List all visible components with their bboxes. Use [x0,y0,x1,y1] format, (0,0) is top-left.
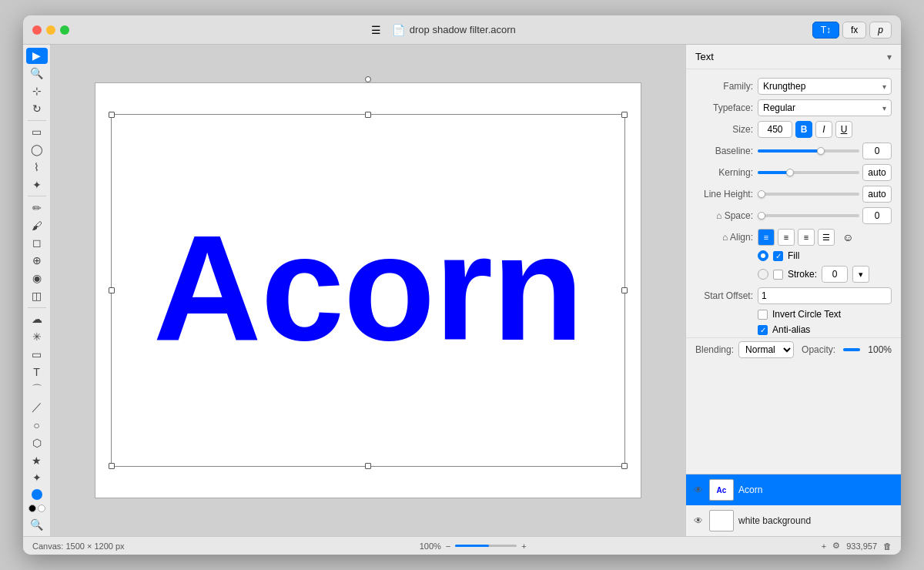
line-height-input[interactable] [862,186,892,203]
gradient-tool[interactable]: ◫ [26,288,48,304]
shape-ellipse-tool[interactable]: ○ [26,417,48,433]
color-picker-white[interactable] [38,505,45,512]
handle-top-center[interactable] [365,112,371,118]
marquee-rect-tool[interactable]: ▭ [26,124,48,140]
space-slider[interactable] [758,214,859,217]
handle-middle-left[interactable] [109,287,115,293]
paint-bucket-tool[interactable]: ◉ [26,270,48,287]
status-center: 100% − + [131,542,815,551]
add-layer-button[interactable]: + [822,542,826,551]
start-offset-control [758,287,892,304]
foreground-color[interactable] [32,489,42,500]
handle-middle-right[interactable] [621,287,628,293]
layer-background[interactable]: 👁 white background [686,505,901,536]
stroke-radio[interactable] [758,269,768,280]
zoom-minus-icon[interactable]: − [446,542,450,551]
space-input[interactable] [862,207,892,224]
script-tab[interactable]: p [869,22,892,39]
sidebar-toggle-button[interactable]: ☰ [366,19,387,41]
bold-button[interactable]: B [795,121,812,138]
line-height-slider[interactable] [758,193,859,196]
handle-top-right[interactable] [621,112,628,118]
lasso-tool[interactable]: ⌇ [26,159,48,175]
family-select[interactable]: Krungthep ▾ [758,78,892,95]
rotate-handle[interactable] [365,76,371,82]
antialias-checkbox[interactable]: ✓ [758,325,768,335]
size-input[interactable] [758,121,792,138]
line-height-row: Line Height: [686,183,901,205]
stroke-checkbox[interactable] [773,270,783,280]
stroke-options-button[interactable]: ▾ [852,266,869,283]
family-label: Family: [695,81,753,92]
shape-star-tool[interactable]: ★ [26,452,48,468]
panel-collapse-icon[interactable]: ▾ [887,52,892,62]
color-picker-black[interactable] [28,505,36,512]
baseline-slider[interactable] [758,149,859,153]
handle-bottom-right[interactable] [621,463,628,469]
smudge-tool[interactable]: ☁ [26,311,48,327]
layer-background-eye[interactable]: 👁 [692,515,705,527]
fullscreen-button[interactable] [60,25,69,35]
canvas-area[interactable]: Acorn [51,45,685,536]
stroke-input[interactable] [822,266,848,283]
line-height-label: Line Height: [695,189,753,200]
text-tool-tab[interactable]: T↕ [812,22,839,39]
handle-bottom-center[interactable] [365,463,371,469]
layer-acorn[interactable]: 👁 Ac Acorn [686,474,901,505]
typeface-control: Regular ▾ [758,99,892,116]
shape-rect-tool[interactable]: ▭ [26,346,48,362]
sharpen-tool[interactable]: ✳ [26,329,48,345]
zoom-plus-icon[interactable]: + [521,542,526,551]
settings-icon[interactable]: ⚙ [832,541,840,551]
trash-icon[interactable]: 🗑 [883,542,892,551]
close-button[interactable] [32,25,42,35]
shape-poly-tool[interactable]: ⬡ [26,434,48,451]
zoom-tool[interactable]: 🔍 [26,65,48,82]
kerning-input[interactable] [862,164,892,181]
align-label: ⌂ Align: [695,232,753,243]
invert-control: Invert Circle Text [758,309,892,320]
brush-tool[interactable]: 🖌 [26,217,48,233]
align-center-button[interactable]: ≡ [778,229,795,246]
stroke-row: Stroke: ▾ [686,263,901,285]
vector-tool[interactable]: ✦ [26,470,48,486]
marquee-ellipse-tool[interactable]: ◯ [26,142,48,158]
minimize-button[interactable] [46,25,55,35]
family-select-arrow: ▾ [882,82,886,91]
start-offset-input[interactable] [758,287,892,304]
opacity-slider[interactable] [843,348,860,351]
blending-select[interactable]: Normal Multiply Screen Overlay [738,341,794,358]
layer-background-name: white background [738,515,811,526]
fill-radio[interactable] [758,250,768,261]
pencil-tool[interactable]: ✏ [26,200,48,216]
align-justify-button[interactable]: ☰ [818,229,835,246]
align-left-button[interactable]: ≡ [758,229,775,246]
layer-acorn-eye[interactable]: 👁 [692,484,705,496]
italic-button[interactable]: I [815,121,832,138]
zoom-slider[interactable] [455,545,517,547]
underline-button[interactable]: U [835,121,852,138]
bezier-tool[interactable]: ⌒ [26,381,48,397]
fx-tab[interactable]: fx [842,22,866,39]
handle-bottom-left[interactable] [109,463,115,469]
rotate-tool[interactable]: ↻ [26,101,48,117]
invert-checkbox[interactable] [758,310,768,320]
zoom-out-btn[interactable]: 🔍 [26,517,48,533]
handle-top-left[interactable] [109,112,115,118]
smile-icon[interactable]: ☺ [842,231,853,243]
typeface-select[interactable]: Regular ▾ [758,99,892,116]
align-right-button[interactable]: ≡ [798,229,815,246]
line-tool[interactable]: ／ [26,399,48,415]
kerning-slider[interactable] [758,171,859,174]
crop-tool[interactable]: ⊹ [26,83,48,99]
panel-header: Text ▾ [686,45,901,69]
fill-control: ✓ Fill [758,250,892,261]
text-tool[interactable]: T [26,364,48,380]
magic-wand-tool[interactable]: ✦ [26,176,48,193]
baseline-input[interactable] [862,142,892,159]
clone-tool[interactable]: ⊕ [26,253,48,269]
fill-checkbox[interactable]: ✓ [773,251,783,261]
eraser-tool[interactable]: ◻ [26,235,48,251]
arrow-tool[interactable]: ▶ [26,48,48,64]
baseline-control [758,142,892,159]
